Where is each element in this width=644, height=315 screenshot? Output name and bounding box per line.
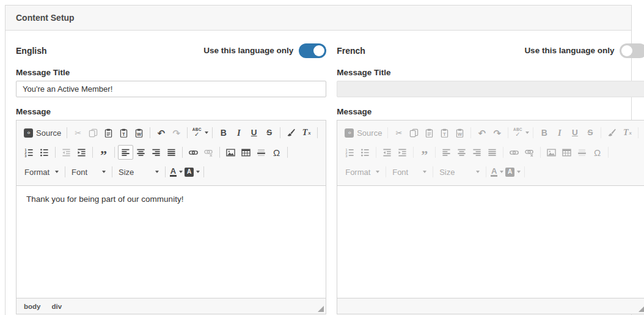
redo-icon: ↷ <box>172 128 180 138</box>
copy-icon <box>89 128 98 138</box>
bold-icon: B <box>221 128 227 137</box>
source-button: ‹›Source <box>342 125 384 140</box>
use-language-only-toggle-english[interactable] <box>299 43 326 58</box>
numbered-list-button[interactable]: 123 <box>21 145 37 160</box>
toolbar-separator <box>638 127 639 138</box>
dropdown-caret-icon <box>423 171 426 173</box>
align-center-icon <box>457 148 466 157</box>
editor-path-bar: bodydiv <box>16 298 326 314</box>
insert-table-button <box>559 145 574 160</box>
editor-toolbar: ‹›Source✂TW↶↷ABC✓BIUSTx123”ΩFormatFontSi… <box>16 120 326 186</box>
underline-icon: U <box>251 128 257 137</box>
font-dropdown: Font <box>389 165 430 179</box>
insert-table-icon <box>562 148 571 157</box>
text-color-icon: A <box>170 168 177 177</box>
special-character-button[interactable]: Ω <box>269 145 284 160</box>
source-button[interactable]: ‹›Source <box>21 125 64 140</box>
element-path-item-div[interactable]: div <box>51 303 62 310</box>
bulleted-list-icon <box>40 148 49 157</box>
source-icon: ‹› <box>24 128 33 138</box>
insert-link-button[interactable] <box>186 145 201 160</box>
message-title-input-english[interactable] <box>16 81 326 97</box>
dropdown-caret-icon <box>155 171 159 173</box>
underline-button[interactable]: U <box>246 125 262 140</box>
resize-handle[interactable] <box>639 306 644 312</box>
font-dropdown-label: Font <box>71 168 87 177</box>
resize-handle[interactable] <box>318 306 324 312</box>
strike-through-button[interactable]: S <box>262 125 277 140</box>
remove-format-button[interactable]: Tx <box>299 125 314 140</box>
undo-button[interactable]: ↶ <box>153 125 169 140</box>
increase-indent-button[interactable] <box>74 145 89 160</box>
element-path: bodydiv <box>24 303 62 310</box>
unlink-icon <box>204 148 213 157</box>
special-character-icon: Ω <box>273 148 280 157</box>
align-right-button[interactable] <box>148 145 164 160</box>
blockquote-button[interactable]: ” <box>96 145 111 160</box>
background-color-button[interactable]: A <box>184 165 200 179</box>
svg-text:T: T <box>122 132 125 137</box>
align-left-button[interactable] <box>118 145 133 160</box>
bold-button: B <box>536 125 552 140</box>
message-title-label: Message Title <box>16 68 326 77</box>
paste-as-plain-text-icon: T <box>119 128 128 138</box>
editor-content-english[interactable]: Thank you for being part of our communit… <box>16 186 326 298</box>
toolbar-separator <box>187 127 188 138</box>
cut-icon: ✂ <box>395 129 402 137</box>
decrease-indent-icon <box>62 148 71 157</box>
bulleted-list-button[interactable] <box>37 145 52 160</box>
panel-body: English Use this language only Message T… <box>5 31 631 314</box>
use-language-only-toggle-french[interactable] <box>620 43 644 58</box>
dropdown-caret-icon <box>376 171 379 173</box>
justify-button[interactable] <box>164 145 179 160</box>
toolbar-separator <box>287 147 288 158</box>
paste-button[interactable] <box>101 125 116 140</box>
unlink-button <box>201 145 216 160</box>
toolbar-row: 123”Ω <box>21 143 321 162</box>
paste-icon <box>104 128 113 138</box>
message-label: Message <box>337 107 644 116</box>
toolbar-separator <box>150 127 150 138</box>
font-dropdown[interactable]: Font <box>68 165 109 179</box>
spell-check-button[interactable]: ABC✓ <box>191 125 209 140</box>
text-color-button[interactable]: A <box>169 165 184 179</box>
dropdown-caret-icon <box>55 171 59 173</box>
toolbar-separator <box>470 127 471 138</box>
paste-from-word-button: W <box>452 125 467 140</box>
copy-formatting-button[interactable] <box>284 125 299 140</box>
strike-through-button: S <box>582 125 598 140</box>
horizontal-line-button[interactable] <box>254 145 269 160</box>
bold-button[interactable]: B <box>216 125 231 140</box>
toolbar-separator <box>433 166 433 177</box>
size-dropdown[interactable]: Size <box>115 165 162 179</box>
format-dropdown[interactable]: Format <box>21 165 62 179</box>
dropdown-caret-icon <box>196 171 200 173</box>
strike-through-icon: S <box>266 128 272 137</box>
numbered-list-icon: 123 <box>345 148 354 157</box>
language-row-english: English Use this language only <box>16 43 326 58</box>
paste-from-word-button[interactable]: W <box>131 125 147 140</box>
toolbar-separator <box>212 127 213 138</box>
paste-as-plain-text-button[interactable]: T <box>116 125 131 140</box>
toolbar-separator <box>435 147 436 158</box>
toolbar-row: FormatFontSizeAA <box>21 162 321 182</box>
redo-button: ↷ <box>489 125 505 140</box>
undo-icon: ↶ <box>478 128 486 138</box>
increase-indent-button <box>395 145 410 160</box>
align-center-button <box>454 145 469 160</box>
copy-formatting-button <box>604 125 620 140</box>
source-label: Source <box>357 128 382 138</box>
element-path-item-body[interactable]: body <box>24 303 40 310</box>
horizontal-line-icon <box>577 148 587 157</box>
align-center-button[interactable] <box>133 145 148 160</box>
spell-check-button: ABC✓ <box>511 125 530 140</box>
decrease-indent-icon <box>382 148 392 157</box>
insert-image-button[interactable] <box>223 145 238 160</box>
italic-button[interactable]: I <box>231 125 246 140</box>
numbered-list-button: 123 <box>342 145 357 160</box>
paste-from-word-icon: W <box>134 128 144 138</box>
toolbar-separator <box>503 147 503 158</box>
insert-table-button[interactable] <box>238 145 254 160</box>
undo-icon: ↶ <box>157 128 165 138</box>
underline-button: U <box>567 125 582 140</box>
